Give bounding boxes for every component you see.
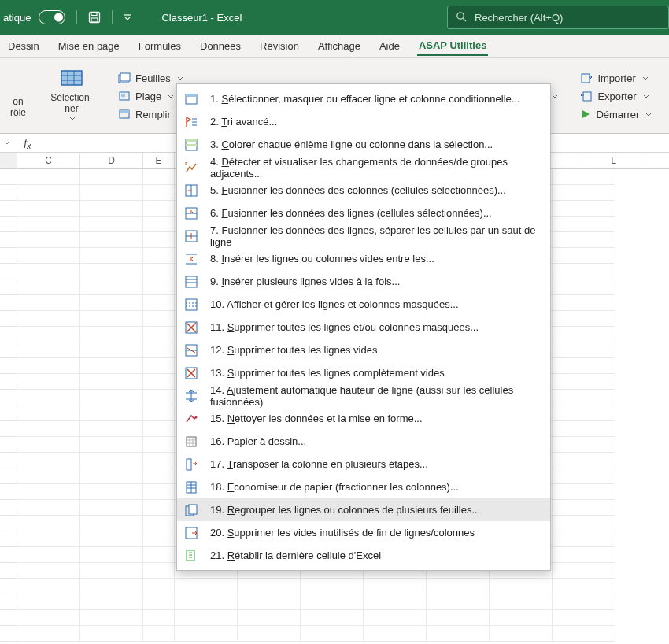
demarrer-button[interactable]: Démarrer xyxy=(577,108,655,121)
tab-révision[interactable]: Révision xyxy=(258,40,301,52)
cell[interactable] xyxy=(553,468,615,484)
cell[interactable] xyxy=(80,453,143,468)
menu-item-2[interactable]: 2. Tri avancé... xyxy=(177,110,550,133)
importer-button[interactable]: Importer xyxy=(577,72,655,85)
cell[interactable] xyxy=(143,185,175,201)
cell[interactable] xyxy=(17,468,80,484)
cell[interactable] xyxy=(553,390,615,405)
cell[interactable] xyxy=(17,626,80,642)
cell[interactable] xyxy=(17,484,80,500)
cell[interactable] xyxy=(553,563,615,579)
col-head[interactable]: E xyxy=(143,153,175,168)
cell[interactable] xyxy=(17,295,80,311)
cell[interactable] xyxy=(80,248,143,264)
menu-item-3[interactable]: 3. Colorer chaque énième ligne ou colonn… xyxy=(177,133,550,156)
cell[interactable] xyxy=(17,516,80,531)
cell[interactable] xyxy=(143,390,175,405)
cell[interactable] xyxy=(553,295,615,311)
cell[interactable] xyxy=(553,201,615,217)
feuilles-button[interactable]: Feuilles xyxy=(115,72,187,85)
cell[interactable] xyxy=(143,405,175,421)
menu-item-4[interactable]: 4. Détecter et visualiser les changement… xyxy=(177,156,550,179)
cell[interactable] xyxy=(80,217,143,232)
cell[interactable] xyxy=(143,547,175,563)
cell[interactable] xyxy=(553,374,615,390)
cell[interactable] xyxy=(143,374,175,390)
cell[interactable] xyxy=(17,327,80,342)
menu-item-18[interactable]: 18. Economiseur de papier (fractionner l… xyxy=(177,476,550,498)
row-head[interactable] xyxy=(0,563,17,579)
cell[interactable] xyxy=(143,610,175,626)
cell[interactable] xyxy=(301,610,364,626)
col-head[interactable]: L xyxy=(582,153,645,168)
cell[interactable] xyxy=(80,311,143,327)
cell[interactable] xyxy=(17,579,80,594)
cell[interactable] xyxy=(80,516,143,531)
cell[interactable] xyxy=(301,626,364,642)
row-head[interactable] xyxy=(0,626,17,642)
menu-item-1[interactable]: 1. Sélectionner, masquer ou effacer lign… xyxy=(177,87,550,110)
cell[interactable] xyxy=(17,232,80,248)
cell[interactable] xyxy=(80,563,143,579)
select-button[interactable]: Sélection- ner xyxy=(44,65,99,128)
cell[interactable] xyxy=(80,232,143,248)
select-all-triangle[interactable] xyxy=(0,153,17,168)
cell[interactable] xyxy=(17,264,80,279)
tab-données[interactable]: Données xyxy=(198,40,242,52)
col-head[interactable]: D xyxy=(80,153,143,168)
row-head[interactable] xyxy=(0,453,17,468)
menu-item-15[interactable]: 15. Nettoyer les données et la mise en f… xyxy=(177,407,550,430)
cell[interactable] xyxy=(553,626,615,642)
cell[interactable] xyxy=(143,279,175,295)
cell[interactable] xyxy=(143,468,175,484)
cell[interactable] xyxy=(80,547,143,563)
cell[interactable] xyxy=(80,264,143,279)
cell[interactable] xyxy=(427,579,490,594)
cell[interactable] xyxy=(143,626,175,642)
cell[interactable] xyxy=(238,626,301,642)
tab-affichage[interactable]: Affichage xyxy=(316,40,362,52)
cell[interactable] xyxy=(80,358,143,374)
cell[interactable] xyxy=(80,327,143,342)
cell[interactable] xyxy=(80,374,143,390)
cell[interactable] xyxy=(80,484,143,500)
cell[interactable] xyxy=(490,626,553,642)
cell[interactable] xyxy=(553,437,615,453)
cell[interactable] xyxy=(143,516,175,531)
cell[interactable] xyxy=(17,358,80,374)
cell[interactable] xyxy=(490,579,553,594)
cell[interactable] xyxy=(143,248,175,264)
cell[interactable] xyxy=(553,500,615,516)
save-icon[interactable] xyxy=(88,11,101,24)
cell[interactable] xyxy=(17,342,80,358)
cell[interactable] xyxy=(553,358,615,374)
cell[interactable] xyxy=(301,594,364,610)
cell[interactable] xyxy=(80,594,143,610)
cell[interactable] xyxy=(17,201,80,217)
cell[interactable] xyxy=(175,594,238,610)
cell[interactable] xyxy=(80,279,143,295)
cell[interactable] xyxy=(17,185,80,201)
menu-item-16[interactable]: 16. Papier à dessin... xyxy=(177,430,550,453)
cell[interactable] xyxy=(490,594,553,610)
row-head[interactable] xyxy=(0,169,17,185)
menu-item-19[interactable]: 19. Regrouper les lignes ou colonnes de … xyxy=(177,498,550,521)
autosave-toggle[interactable] xyxy=(39,10,65,24)
row-head[interactable] xyxy=(0,547,17,563)
cell[interactable] xyxy=(80,342,143,358)
cell[interactable] xyxy=(143,579,175,594)
row-head[interactable] xyxy=(0,421,17,437)
tab-aide[interactable]: Aide xyxy=(378,40,401,52)
cell[interactable] xyxy=(143,563,175,579)
cell[interactable] xyxy=(143,311,175,327)
cell[interactable] xyxy=(427,610,490,626)
cell[interactable] xyxy=(553,169,615,185)
cell[interactable] xyxy=(80,405,143,421)
cell[interactable] xyxy=(553,279,615,295)
row-head[interactable] xyxy=(0,358,17,374)
cell[interactable] xyxy=(553,327,615,342)
cell[interactable] xyxy=(143,594,175,610)
cell[interactable] xyxy=(143,453,175,468)
cell[interactable] xyxy=(80,201,143,217)
cell[interactable] xyxy=(80,500,143,516)
